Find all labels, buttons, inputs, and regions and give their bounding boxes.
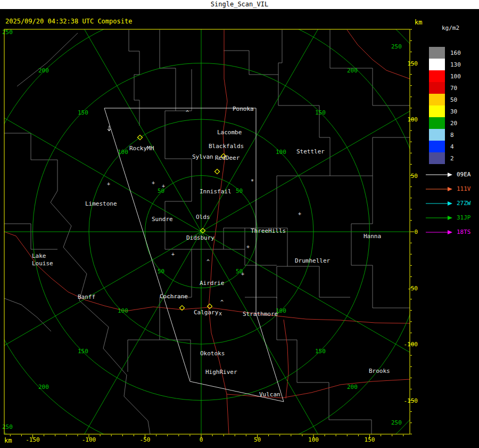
point-marker-plus-icon: + [107, 181, 110, 187]
city-label: RedDeer [215, 154, 240, 161]
range-rings-layer [0, 0, 479, 448]
point-marker-asterisk-icon: * [251, 178, 254, 184]
legend-scale-value: 100 [450, 73, 461, 80]
range-ring-label: 150 [78, 109, 88, 116]
range-ring-label: 100 [118, 149, 128, 156]
range-ring-label: 200 [38, 384, 49, 390]
legend-color-swatch [429, 59, 445, 70]
legend-color-swatch [429, 47, 445, 59]
track-id-label: 27ZW [457, 200, 471, 207]
track-arrow-icon [425, 200, 453, 207]
legend-scale-row: 70 [429, 82, 461, 94]
legend-scale-row: 30 [429, 105, 461, 117]
point-marker-plus-icon: + [241, 271, 244, 277]
legend-scale-value: 2 [450, 155, 454, 162]
boundary-path [4, 133, 57, 202]
legend-scale-value: 70 [450, 85, 457, 92]
city-label: Lacombe [217, 129, 242, 136]
city-label: Innisfail [200, 188, 232, 195]
track-legend-row: 18TS [425, 225, 471, 239]
city-label: Sylvan [192, 153, 213, 160]
boundary-path [224, 51, 278, 75]
legend-scale-row: 20 [429, 117, 461, 129]
city-label: Hanna [364, 233, 381, 240]
point-marker-plus-icon: + [246, 244, 250, 250]
color-scale-legend: 16013010070503020842 [429, 47, 461, 164]
track-id-label: 09EA [457, 171, 471, 178]
boundary-path [4, 298, 51, 331]
boundary-path [129, 30, 139, 126]
boundary-path [17, 33, 78, 86]
city-label: Airdrie [200, 280, 224, 287]
boundary-path [176, 69, 192, 111]
city-label: Lake [32, 252, 46, 259]
track-legend-row: 31JP [425, 210, 471, 225]
point-marker-plus-icon: + [162, 183, 165, 189]
city-label: RockyMH [129, 145, 154, 152]
city-label: Okotoks [200, 350, 225, 357]
city-label: Louise [32, 260, 53, 267]
legend-color-swatch [429, 82, 445, 94]
legend-scale-value: 50 [450, 96, 457, 103]
legend-scale-row: 160 [429, 47, 461, 59]
boundary-path [4, 224, 57, 249]
city-label: HighRiver [205, 369, 237, 376]
point-marker-plus-icon: + [171, 251, 175, 257]
scan-outline-path [104, 108, 284, 402]
track-arrow-icon [425, 172, 453, 178]
legend-scale-value: 8 [450, 132, 454, 139]
range-ring-label: 250 [2, 29, 13, 36]
legend-color-swatch [429, 129, 445, 141]
point-marker-x-icon: x [219, 311, 222, 316]
range-ring-label: 100 [118, 307, 128, 314]
track-arrow-icon [425, 215, 453, 221]
axis-label-right: 0 [414, 229, 418, 235]
track-legend-row: 111V [425, 182, 471, 196]
track-id-label: 31JP [457, 214, 471, 221]
road-path [209, 307, 410, 323]
legend-scale-row: 4 [429, 141, 461, 152]
city-label: Vulcan [259, 391, 280, 398]
range-ring [0, 7, 426, 448]
city-label: Stettler [296, 148, 325, 155]
range-ring-label: 50 [236, 188, 243, 194]
track-legend-row: 09EA [425, 167, 471, 182]
legend-color-swatch [429, 152, 445, 164]
track-arrow-icon [425, 229, 453, 235]
range-ring-label: 200 [347, 67, 358, 74]
city-label: Banff [78, 294, 95, 300]
boundary-path [51, 202, 150, 434]
city-label: Limestone [85, 200, 117, 207]
city-label: Cochrane [160, 293, 188, 300]
legend-scale-value: 4 [450, 143, 454, 150]
storm-marker-diamond-icon [214, 169, 219, 174]
range-ring-label: 250 [391, 43, 402, 50]
legend-scale-value: 160 [450, 50, 461, 56]
legend-color-swatch [429, 141, 445, 152]
range-ring-labels-layer: 2502001501005025020015010050501001502002… [2, 29, 402, 430]
range-ring-label: 50 [158, 268, 164, 275]
scan-sector-outline [104, 108, 284, 402]
boundary-path [160, 30, 176, 159]
range-ring-label: 250 [2, 423, 13, 430]
legend-scale-row: 8 [429, 129, 461, 141]
range-ring-label: 250 [391, 419, 402, 426]
city-label: Olds [196, 214, 210, 221]
city-label: ThreeHills [251, 227, 286, 234]
point-marker-caret-icon: ^ [186, 110, 189, 116]
range-ring [0, 0, 479, 448]
city-label: Brooks [369, 368, 390, 374]
city-label: Calgary [194, 309, 219, 316]
legend-scale-value: 130 [450, 61, 461, 68]
legend-color-swatch [429, 117, 445, 129]
boundary-path [330, 137, 410, 176]
city-label: Didsbury [186, 234, 214, 241]
track-id-label: 111V [457, 185, 471, 192]
legend-scale-value: 20 [450, 120, 457, 127]
legend-color-swatch [429, 94, 445, 105]
storm-track-legend: 09EA111V27ZW31JP18TS [425, 167, 471, 239]
city-label: Drumheller [295, 257, 331, 264]
legend-scale-row: 130 [429, 59, 461, 70]
range-ring-label: 150 [315, 109, 326, 116]
city-label: Strathmore [243, 311, 278, 317]
